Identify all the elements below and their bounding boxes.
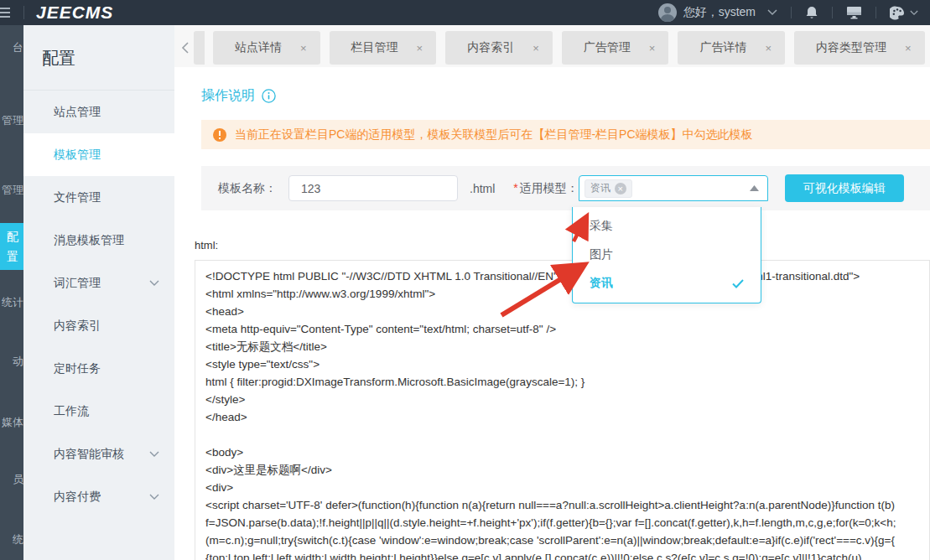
- chevron-down-icon: [149, 494, 159, 500]
- code-line: <div>这里是标题啊</div>: [205, 461, 919, 479]
- notice-text: 当前正在设置栏目PC端的适用模型，模板关联模型后可在【栏目管理-栏目PC端模板】…: [235, 127, 753, 143]
- primary-nav-item[interactable]: 管理: [0, 183, 23, 198]
- dropdown-option-caiji[interactable]: 采集: [573, 212, 761, 241]
- sidebar-item-ai-review[interactable]: 内容智能审核: [23, 433, 174, 475]
- caret-up-icon: [750, 185, 759, 191]
- menu-icon[interactable]: [0, 8, 10, 18]
- dropdown-option-zixun[interactable]: 资讯: [573, 269, 761, 298]
- primary-nav-item-active[interactable]: 配置: [0, 223, 23, 270]
- user-greeting[interactable]: 您好，system: [683, 5, 756, 20]
- sidebar-item-scheduled-tasks[interactable]: 定时任务: [23, 347, 174, 390]
- code-line: </head>: [205, 408, 919, 426]
- code-label: html:: [195, 239, 930, 251]
- tab-clipped[interactable]: [194, 31, 205, 65]
- code-line: <!DOCTYPE html PUBLIC "-//W3C//DTD XHTML…: [205, 267, 919, 285]
- primary-nav-item[interactable]: 员: [0, 472, 23, 487]
- header-divider: [23, 6, 24, 19]
- tab-bar: 站点详情× 栏目管理× 内容索引× 广告管理× 广告详情× 内容类型管理×: [174, 25, 930, 67]
- code-line: [205, 426, 919, 443]
- code-line: <html xmlns="http://www.w3.org/1999/xhtm…: [205, 285, 919, 303]
- bell-icon[interactable]: [805, 6, 818, 20]
- tag-close-icon[interactable]: ×: [615, 183, 626, 194]
- tab-content-index[interactable]: 内容索引×: [445, 31, 553, 65]
- close-icon[interactable]: ×: [905, 42, 912, 54]
- template-code-editor[interactable]: <!DOCTYPE html PUBLIC "-//W3C//DTD XHTML…: [195, 260, 930, 560]
- chevron-down-icon: [149, 451, 159, 458]
- code-line: <body>: [205, 443, 919, 461]
- dropdown-option-tupian[interactable]: 图片: [573, 241, 761, 269]
- primary-nav: 台 管理 管理 配置 统计 动 媒体 员 统: [0, 25, 23, 560]
- header-divider: [791, 7, 792, 18]
- header-divider: [832, 7, 833, 18]
- info-icon[interactable]: [262, 89, 276, 103]
- close-icon[interactable]: ×: [765, 42, 772, 54]
- sidebar-item-site-management[interactable]: 站点管理: [23, 91, 174, 133]
- tabs-scroll-left-icon[interactable]: [174, 42, 194, 54]
- chevron-down-icon: [149, 280, 159, 287]
- close-icon[interactable]: ×: [649, 42, 656, 54]
- primary-nav-item[interactable]: 管理: [0, 113, 23, 128]
- app-window: JEECMS 您好，system 台 管理 管理 配置: [0, 0, 930, 560]
- chevron-down-icon[interactable]: [767, 9, 777, 16]
- selected-tag: 资讯×: [584, 179, 632, 198]
- body-row: 台 管理 管理 配置 统计 动 媒体 员 统 配置 站点管理 模板管理 文件管理…: [0, 25, 930, 560]
- code-line: (m=c.n);g=null;try{switch(c.t){case 'win…: [205, 531, 919, 549]
- help-link[interactable]: 操作说明: [201, 87, 255, 105]
- theme-palette-icon[interactable]: [890, 6, 905, 20]
- template-name-input[interactable]: [288, 175, 458, 201]
- code-line: <meta http-equiv="Content-Type" content=…: [205, 320, 919, 338]
- notice-bar: 当前正在设置栏目PC端的适用模型，模板关联模型后可在【栏目管理-栏目PC端模板】…: [201, 120, 930, 149]
- tab-ad-detail[interactable]: 广告详情×: [678, 31, 785, 65]
- tab-site-detail[interactable]: 站点详情×: [213, 31, 320, 65]
- operation-help: 操作说明: [201, 87, 930, 105]
- check-icon: [732, 279, 744, 288]
- header-divider: [875, 7, 876, 18]
- primary-nav-item[interactable]: 统: [0, 532, 23, 547]
- code-line: <title>无标题文档</title>: [205, 338, 919, 355]
- file-suffix: .html: [470, 182, 495, 195]
- sidebar-item-workflow[interactable]: 工作流: [23, 390, 174, 433]
- sidebar-item-file-management[interactable]: 文件管理: [23, 176, 174, 219]
- close-icon[interactable]: ×: [300, 42, 307, 54]
- main-area: 站点详情× 栏目管理× 内容索引× 广告管理× 广告详情× 内容类型管理× 操作…: [174, 25, 930, 560]
- code-line: <div>: [205, 479, 919, 496]
- template-form: 模板名称： .html *适用模型： 资讯× 可视化模板编辑: [201, 166, 930, 210]
- sidebar-title: 配置: [23, 25, 174, 70]
- sidebar-item-content-index[interactable]: 内容索引: [23, 304, 174, 347]
- chevron-down-icon[interactable]: [910, 10, 918, 16]
- code-line: <style type="text/css">: [205, 355, 919, 373]
- warning-icon: [213, 128, 226, 142]
- close-icon[interactable]: ×: [417, 42, 423, 54]
- code-line: {top:l.top,left:l.left,width:l.width,hei…: [205, 549, 919, 560]
- model-dropdown-panel: 采集 图片 资讯: [572, 207, 761, 303]
- sidebar-item-paid-content[interactable]: 内容付费: [23, 475, 174, 518]
- model-select[interactable]: 资讯×: [579, 175, 768, 201]
- app-header: JEECMS 您好，system: [0, 0, 930, 25]
- close-icon[interactable]: ×: [533, 42, 539, 54]
- sidebar: 配置 站点管理 模板管理 文件管理 消息模板管理 词汇管理 内容索引 定时任务 …: [23, 25, 174, 560]
- visual-template-edit-button[interactable]: 可视化模板编辑: [785, 174, 904, 202]
- required-mark: *: [513, 181, 517, 194]
- code-line: <script charset='UTF-8' defer>(function(…: [205, 496, 919, 514]
- primary-nav-item[interactable]: 媒体: [0, 415, 23, 430]
- code-line: f=JSON.parse(b.data);!f.height||p||q||(d…: [205, 514, 919, 531]
- tab-content-type-management[interactable]: 内容类型管理×: [794, 31, 925, 65]
- code-line: </style>: [205, 391, 919, 408]
- template-name-label: 模板名称：: [218, 181, 277, 196]
- primary-nav-item[interactable]: 动: [0, 354, 23, 369]
- primary-nav-item[interactable]: 台: [0, 40, 23, 55]
- monitor-icon[interactable]: [846, 6, 862, 19]
- tab-column-management[interactable]: 栏目管理×: [330, 31, 437, 65]
- header-left: JEECMS: [0, 0, 113, 25]
- code-line: <head>: [205, 303, 919, 320]
- code-line: html { filter:progid:DXImageTransform.Mi…: [205, 373, 919, 391]
- sidebar-item-message-template[interactable]: 消息模板管理: [23, 219, 174, 262]
- sidebar-item-vocabulary[interactable]: 词汇管理: [23, 262, 174, 304]
- primary-nav-item[interactable]: 统计: [0, 295, 23, 310]
- tab-ad-management[interactable]: 广告管理×: [562, 31, 669, 65]
- model-label: *适用模型：: [513, 181, 578, 196]
- header-right: 您好，system: [658, 0, 930, 25]
- avatar[interactable]: [658, 3, 677, 22]
- sidebar-item-template-management[interactable]: 模板管理: [23, 133, 174, 176]
- jeecms-logo: JEECMS: [36, 3, 113, 23]
